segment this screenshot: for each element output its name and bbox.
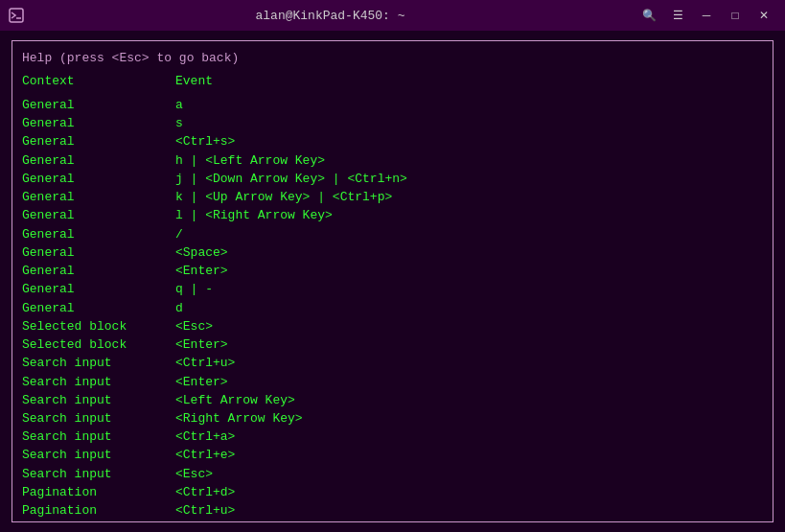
table-row: General<Enter>: [22, 262, 763, 280]
row-context: General: [22, 225, 175, 243]
row-event: <Ctrl+a>: [175, 428, 235, 446]
header-event: Event: [175, 72, 213, 91]
row-context: General: [22, 299, 175, 317]
row-event: l | <Right Arrow Key>: [175, 206, 333, 224]
row-event: <Ctrl+u>: [175, 354, 235, 372]
row-context: Search input: [22, 354, 175, 372]
table-row: Generalk | <Up Arrow Key> | <Ctrl+p>: [22, 188, 763, 206]
row-event: <Left Arrow Key>: [175, 391, 295, 409]
table-row: Search input<Esc>: [22, 465, 763, 483]
window: alan@KinkPad-K450: ~ 🔍 ☰ ─ □ ✕ Help (pre…: [0, 0, 785, 532]
table-row: Search input<Enter>: [22, 373, 763, 391]
table-row: Generala: [22, 96, 763, 114]
search-button[interactable]: 🔍: [635, 5, 662, 26]
table-row: Generalq | -: [22, 280, 763, 298]
help-title: Help (press <Esc> to go back): [22, 49, 763, 68]
window-title: alan@KinkPad-K450: ~: [25, 9, 635, 23]
row-context: General: [22, 151, 175, 170]
row-event: h | <Left Arrow Key>: [175, 151, 325, 170]
row-event: <Ctrl+e>: [175, 446, 235, 464]
table-row: Generals: [22, 114, 763, 132]
row-event: d: [175, 299, 183, 317]
row-context: Search input: [22, 428, 175, 446]
minimize-button[interactable]: ─: [693, 5, 720, 26]
row-context: General: [22, 170, 175, 188]
row-context: General: [22, 262, 175, 280]
table-row: Search input<Ctrl+e>: [22, 446, 763, 464]
terminal-icon: [8, 7, 25, 24]
row-context: General: [22, 243, 175, 262]
table-row: Selected block<Enter>: [22, 335, 763, 354]
table-row: Search input<Ctrl+a>: [22, 428, 763, 446]
row-context: Search input: [22, 409, 175, 428]
header-context: Context: [22, 72, 175, 91]
row-event: q | -: [175, 280, 213, 298]
row-event: <Esc>: [175, 465, 213, 483]
row-context: Search input: [22, 391, 175, 409]
row-event: <Space>: [175, 243, 228, 262]
row-event: /: [175, 225, 183, 243]
table-row: Search input<Right Arrow Key>: [22, 409, 763, 428]
table-row: Selected block<Esc>: [22, 317, 763, 335]
table-row: Generalj | <Down Arrow Key> | <Ctrl+n>: [22, 170, 763, 188]
titlebar-left: [8, 7, 25, 24]
terminal-body: Help (press <Esc> to go back) Context Ev…: [0, 31, 785, 532]
row-event: j | <Down Arrow Key> | <Ctrl+n>: [175, 170, 407, 188]
close-button[interactable]: ✕: [750, 5, 777, 26]
row-event: s: [175, 114, 183, 132]
menu-button[interactable]: ☰: [664, 5, 691, 26]
table-header: Context Event: [22, 72, 763, 91]
table-row: General/: [22, 225, 763, 243]
table-row: Generalh | <Left Arrow Key>: [22, 151, 763, 170]
row-context: General: [22, 206, 175, 224]
table-row: General<Space>: [22, 243, 763, 262]
titlebar-controls: 🔍 ☰ ─ □ ✕: [635, 5, 777, 26]
table-row: Generald: [22, 299, 763, 317]
row-event: <Right Arrow Key>: [175, 409, 303, 428]
row-context: General: [22, 114, 175, 132]
maximize-button[interactable]: □: [722, 5, 749, 26]
row-context: Selected block: [22, 317, 175, 335]
row-context: Search input: [22, 465, 175, 483]
row-event: <Ctrl+s>: [175, 132, 235, 150]
table-body: GeneralaGeneralsGeneral<Ctrl+s>Generalh …: [22, 96, 763, 520]
row-context: Pagination: [22, 483, 175, 501]
row-context: Pagination: [22, 501, 175, 520]
row-event: k | <Up Arrow Key> | <Ctrl+p>: [175, 188, 392, 206]
row-event: <Ctrl+d>: [175, 483, 235, 501]
help-box: Help (press <Esc> to go back) Context Ev…: [12, 40, 773, 522]
row-event: <Ctrl+u>: [175, 501, 235, 520]
row-event: <Enter>: [175, 335, 228, 354]
row-context: General: [22, 188, 175, 206]
row-context: Search input: [22, 373, 175, 391]
row-context: Search input: [22, 446, 175, 464]
table-row: Pagination<Ctrl+d>: [22, 483, 763, 501]
table-row: Search input<Ctrl+u>: [22, 354, 763, 372]
row-event: <Enter>: [175, 262, 228, 280]
row-context: General: [22, 96, 175, 114]
titlebar: alan@KinkPad-K450: ~ 🔍 ☰ ─ □ ✕: [0, 0, 785, 31]
row-event: <Enter>: [175, 373, 228, 391]
row-context: General: [22, 132, 175, 150]
table-row: Search input<Left Arrow Key>: [22, 391, 763, 409]
row-event: a: [175, 96, 183, 114]
row-context: General: [22, 280, 175, 298]
table-row: General<Ctrl+s>: [22, 132, 763, 150]
table-row: Pagination<Ctrl+u>: [22, 501, 763, 520]
table-row: Generall | <Right Arrow Key>: [22, 206, 763, 224]
row-context: Selected block: [22, 335, 175, 354]
row-event: <Esc>: [175, 317, 213, 335]
